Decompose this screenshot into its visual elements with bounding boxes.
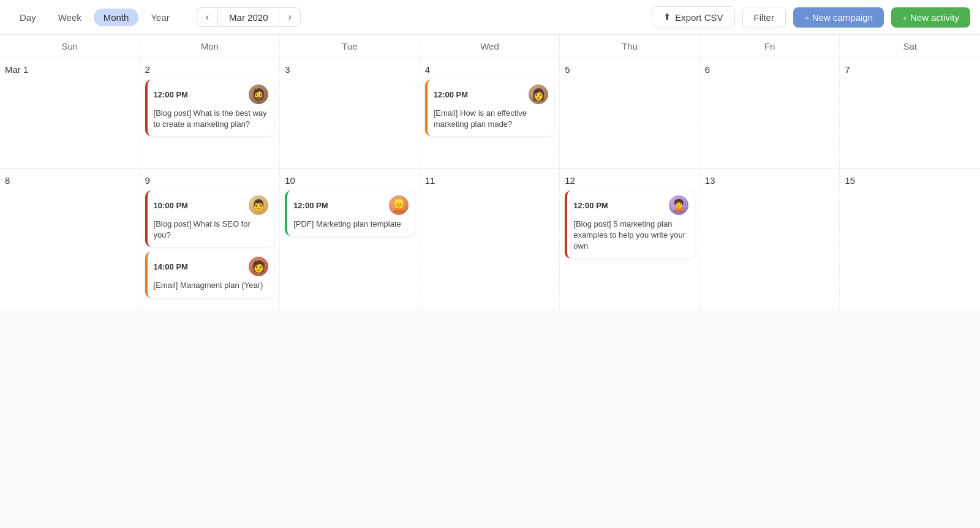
event-time: 12:00 PM xyxy=(573,201,608,210)
cell-mar7: 7 xyxy=(840,58,980,168)
export-icon: ⬆ xyxy=(663,12,671,23)
cell-mar8: 8 xyxy=(0,169,140,309)
date-nav: ‹ Mar 2020 › xyxy=(197,7,301,27)
tab-year[interactable]: Year xyxy=(141,9,179,26)
header-fri: Fri xyxy=(700,35,840,58)
avatar: 🧑 xyxy=(249,257,268,276)
event-header: 12:00 PM 🧑‍🦱 xyxy=(573,195,688,215)
event-time: 12:00 PM xyxy=(293,201,328,210)
event-title: [Blog post] 5 marketing plan examples to… xyxy=(573,219,688,252)
day-number: 6 xyxy=(705,64,835,75)
event-card[interactable]: 12:00 PM 👱 [PDF] Marketing plan template xyxy=(285,190,415,236)
cell-mar13: 13 xyxy=(700,169,840,309)
view-tabs: Day Week Month Year xyxy=(10,9,179,26)
event-time: 12:00 PM xyxy=(154,90,188,99)
calendar-body: Mar 1 2 12:00 PM 🧔 [Blog post] What is t… xyxy=(0,58,980,309)
cell-mar1: Mar 1 xyxy=(0,58,140,168)
filter-label: Filter xyxy=(754,12,774,23)
event-time: 10:00 PM xyxy=(154,201,188,210)
event-header: 10:00 PM 👨 xyxy=(154,195,269,215)
day-number: Mar 1 xyxy=(5,64,135,75)
export-label: Export CSV xyxy=(675,12,723,23)
current-period: Mar 2020 xyxy=(217,9,279,26)
avatar: 👨 xyxy=(249,195,268,215)
event-header: 12:00 PM 👱 xyxy=(293,195,409,215)
cell-mar2: 2 12:00 PM 🧔 [Blog post] What is the bes… xyxy=(140,58,281,168)
calendar-row-2: 8 9 10:00 PM 👨 [Blog post] What is SEO f… xyxy=(0,169,980,309)
day-number: 13 xyxy=(705,175,835,186)
day-number: 15 xyxy=(845,175,975,186)
cell-mar4: 4 12:00 PM 👩 [Email] How is an effective… xyxy=(420,58,560,168)
new-campaign-button[interactable]: + New campaign xyxy=(793,7,884,28)
avatar: 👱 xyxy=(389,195,409,215)
event-header: 12:00 PM 👩 xyxy=(434,85,549,104)
day-number: 9 xyxy=(145,175,275,186)
header-wed: Wed xyxy=(420,35,560,58)
prev-button[interactable]: ‹ xyxy=(197,8,217,26)
event-time: 12:00 PM xyxy=(434,90,468,99)
tab-month[interactable]: Month xyxy=(94,9,139,26)
header-thu: Thu xyxy=(560,35,700,58)
header-sat: Sat xyxy=(840,35,980,58)
day-number: 3 xyxy=(285,64,415,75)
day-number: 12 xyxy=(565,175,695,186)
cell-mar11: 11 xyxy=(420,169,560,309)
day-number: 4 xyxy=(425,64,555,75)
day-number: 10 xyxy=(285,175,415,186)
day-number: 11 xyxy=(425,175,555,186)
day-number: 7 xyxy=(845,64,975,75)
day-number: 5 xyxy=(565,64,695,75)
new-activity-button[interactable]: + New activity xyxy=(891,7,970,28)
new-activity-label: + New activity xyxy=(902,12,959,23)
calendar-header: Sun Mon Tue Wed Thu Fri Sat xyxy=(0,35,980,58)
event-header: 14:00 PM 🧑 xyxy=(154,257,269,276)
calendar: Sun Mon Tue Wed Thu Fri Sat Mar 1 2 12:0… xyxy=(0,35,980,309)
next-button[interactable]: › xyxy=(279,8,300,26)
calendar-row-1: Mar 1 2 12:00 PM 🧔 [Blog post] What is t… xyxy=(0,58,980,169)
cell-mar15: 15 xyxy=(840,169,980,309)
event-card[interactable]: 10:00 PM 👨 [Blog post] What is SEO for y… xyxy=(145,190,275,247)
avatar: 🧔 xyxy=(249,85,268,104)
event-title: [Email] How is an effective marketing pl… xyxy=(434,108,549,130)
day-number: 8 xyxy=(5,175,135,186)
new-campaign-label: + New campaign xyxy=(804,12,873,23)
event-time: 14:00 PM xyxy=(154,262,188,271)
avatar: 👩 xyxy=(529,85,548,104)
event-title: [Email] Managment plan (Year) xyxy=(154,280,269,291)
filter-button[interactable]: Filter xyxy=(742,7,786,28)
header-mon: Mon xyxy=(140,35,281,58)
tab-day[interactable]: Day xyxy=(10,9,46,26)
event-card[interactable]: 12:00 PM 👩 [Email] How is an effective m… xyxy=(425,80,555,136)
header-sun: Sun xyxy=(0,35,140,58)
export-csv-button[interactable]: ⬆ Export CSV xyxy=(652,6,734,28)
cell-mar10: 10 12:00 PM 👱 [PDF] Marketing plan templ… xyxy=(280,169,420,309)
event-header: 12:00 PM 🧔 xyxy=(154,85,269,104)
cell-mar3: 3 xyxy=(280,58,420,168)
cell-mar5: 5 xyxy=(560,58,700,168)
avatar: 🧑‍🦱 xyxy=(669,195,688,215)
event-title: [Blog post] What is the best way to crea… xyxy=(154,108,269,130)
event-title: [PDF] Marketing plan template xyxy=(293,219,409,230)
cell-mar9: 9 10:00 PM 👨 [Blog post] What is SEO for… xyxy=(140,169,281,309)
header-tue: Tue xyxy=(280,35,420,58)
event-title: [Blog post] What is SEO for you? xyxy=(154,219,269,241)
event-card[interactable]: 12:00 PM 🧔 [Blog post] What is the best … xyxy=(145,80,275,136)
toolbar: Day Week Month Year ‹ Mar 2020 › ⬆ Expor… xyxy=(0,0,980,35)
tab-week[interactable]: Week xyxy=(48,9,91,26)
day-number: 2 xyxy=(145,64,275,75)
cell-mar6: 6 xyxy=(700,58,840,168)
cell-mar12: 12 12:00 PM 🧑‍🦱 [Blog post] 5 marketing … xyxy=(560,169,700,309)
event-card[interactable]: 14:00 PM 🧑 [Email] Managment plan (Year) xyxy=(145,252,275,297)
event-card[interactable]: 12:00 PM 🧑‍🦱 [Blog post] 5 marketing pla… xyxy=(565,190,695,258)
